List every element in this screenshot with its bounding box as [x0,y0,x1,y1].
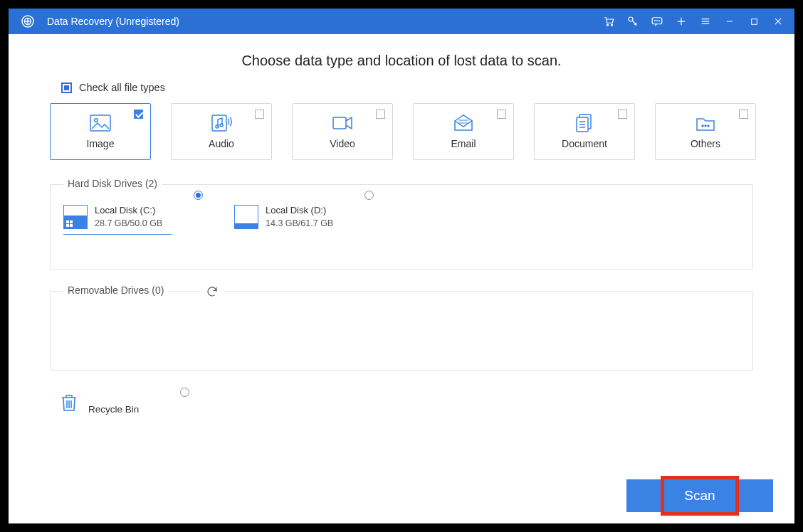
svg-point-5 [611,24,612,26]
file-type-label: Video [330,138,355,149]
file-type-others[interactable]: Others [655,103,756,160]
svg-point-9 [657,21,658,21]
file-type-email[interactable]: Email [413,103,514,160]
plus-icon[interactable] [669,9,693,34]
checkbox-icon [376,110,385,119]
recycle-bin-option[interactable]: Recycle Bin [60,392,202,416]
svg-point-21 [95,119,98,122]
file-type-audio[interactable]: Audio [171,103,272,160]
checkbox-icon [255,110,264,119]
maximize-button[interactable] [742,9,766,34]
file-type-image[interactable]: Image [50,103,151,160]
file-type-label: Document [562,138,607,149]
file-type-label: Audio [209,138,234,149]
feedback-icon[interactable] [645,9,669,34]
refresh-icon[interactable] [200,285,224,301]
file-type-row: Image Audio Video [50,103,762,160]
svg-point-23 [216,125,219,128]
svg-rect-25 [333,117,346,129]
recycle-bin-icon [60,392,78,416]
svg-point-4 [607,24,608,26]
svg-rect-20 [90,115,110,131]
svg-point-33 [708,125,709,127]
file-type-label: Image [87,138,115,149]
drive-local-disk-c[interactable]: Local Disk (C:) 28.7 GB/50.0 GB [63,205,206,229]
recycle-bin-label: Recycle Bin [88,404,139,416]
audio-icon [211,114,232,132]
removable-legend: Removable Drives (0) [63,284,168,296]
key-icon[interactable] [621,9,645,34]
file-type-label: Email [451,138,476,149]
radio-icon [194,191,203,200]
email-icon [453,114,474,132]
image-icon [90,114,111,132]
removable-drives-group: Removable Drives (0) [50,291,753,371]
drive-usage: 28.7 GB/50.0 GB [95,218,162,228]
app-logo-icon [20,14,36,29]
disk-icon [234,205,258,229]
radio-icon [180,388,189,397]
window-title: Data Recovery (Unregistered) [47,16,179,27]
file-type-label: Others [691,138,720,149]
hard-disk-drives-group: Hard Disk Drives (2) Local Disk (C:) 28.… [50,184,753,270]
content-area: Choose data type and location of lost da… [9,34,794,523]
drive-usage: 14.3 GB/61.7 GB [266,218,333,228]
checkbox-icon [134,110,143,119]
svg-point-10 [659,21,660,21]
check-all-label: Check all file types [79,82,165,93]
page-heading: Choose data type and location of lost da… [41,53,762,69]
svg-point-31 [702,125,703,127]
scan-button[interactable]: Scan [626,479,773,512]
file-type-video[interactable]: Video [292,103,393,160]
svg-point-24 [220,124,223,127]
drive-local-disk-d[interactable]: Local Disk (D:) 14.3 GB/61.7 GB [234,205,377,229]
video-icon [332,114,353,132]
checkbox-icon [497,110,506,119]
checkbox-icon [739,110,748,119]
svg-rect-22 [212,115,226,131]
document-icon [574,114,595,132]
titlebar: Data Recovery (Unregistered) [9,9,794,34]
svg-rect-17 [751,18,757,24]
checkbox-icon [618,110,627,119]
svg-point-8 [655,21,656,21]
checkbox-indeterminate-icon [61,83,72,93]
drive-name: Local Disk (C:) [95,205,162,216]
others-icon [695,114,716,132]
svg-point-32 [705,125,706,127]
disk-icon [63,205,88,229]
hdd-legend: Hard Disk Drives (2) [63,178,162,189]
close-button[interactable] [766,9,790,34]
drive-name: Local Disk (D:) [266,205,333,216]
check-all-file-types[interactable]: Check all file types [61,82,762,93]
svg-point-6 [629,17,633,21]
file-type-document[interactable]: Document [534,103,635,160]
cart-icon[interactable] [597,9,621,34]
radio-icon [364,191,374,200]
menu-icon[interactable] [693,9,718,34]
app-window: Data Recovery (Unregistered) Choose data… [9,9,794,523]
minimize-button[interactable] [718,9,742,34]
